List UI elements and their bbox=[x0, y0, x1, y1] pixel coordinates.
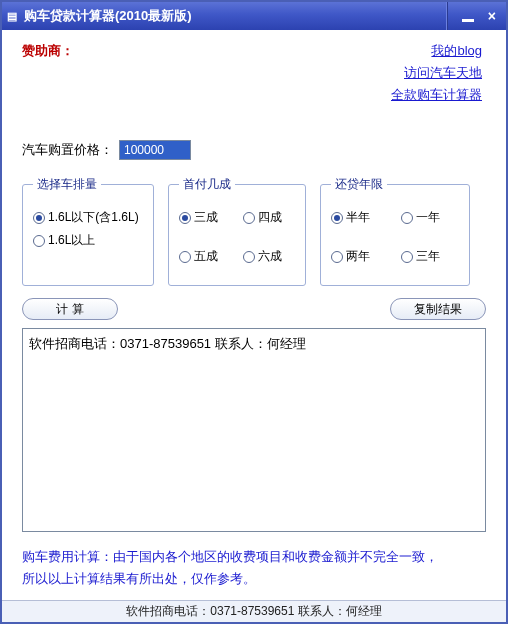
link-full-calc[interactable]: 全款购车计算器 bbox=[391, 87, 482, 102]
radio-down-4[interactable]: 四成 bbox=[243, 209, 295, 226]
calc-button[interactable]: 计 算 bbox=[22, 298, 118, 320]
group-engine: 选择车排量 1.6L以下(含1.6L) 1.6L以上 bbox=[22, 176, 154, 286]
radio-down-5[interactable]: 五成 bbox=[179, 248, 231, 265]
price-label: 汽车购置价格： bbox=[22, 141, 113, 159]
price-row: 汽车购置价格： bbox=[22, 140, 486, 160]
radio-icon bbox=[243, 251, 255, 263]
radio-term-2[interactable]: 两年 bbox=[331, 248, 389, 265]
result-textarea[interactable]: 软件招商电话：0371-87539651 联系人：何经理 bbox=[22, 328, 486, 532]
option-groups: 选择车排量 1.6L以下(含1.6L) 1.6L以上 首付几成 三成 bbox=[22, 176, 486, 286]
group-engine-legend: 选择车排量 bbox=[33, 176, 101, 193]
radio-term-3[interactable]: 三年 bbox=[401, 248, 459, 265]
app-icon: ▤ bbox=[2, 10, 22, 23]
radio-down-3[interactable]: 三成 bbox=[179, 209, 231, 226]
price-input[interactable] bbox=[119, 140, 191, 160]
window-title: 购车贷款计算器(2010最新版) bbox=[22, 7, 446, 25]
radio-label: 半年 bbox=[346, 209, 370, 226]
group-downpay-legend: 首付几成 bbox=[179, 176, 235, 193]
footnote-line2: 所以以上计算结果有所出处，仅作参考。 bbox=[22, 568, 486, 590]
link-blog[interactable]: 我的blog bbox=[431, 43, 482, 58]
radio-label: 一年 bbox=[416, 209, 440, 226]
content-area: 赞助商： 我的blog 访问汽车天地 全款购车计算器 汽车购置价格： 选择车排量… bbox=[2, 30, 506, 600]
radio-label: 1.6L以上 bbox=[48, 232, 95, 249]
radio-label: 四成 bbox=[258, 209, 282, 226]
link-car-world[interactable]: 访问汽车天地 bbox=[404, 65, 482, 80]
radio-engine-above[interactable]: 1.6L以上 bbox=[33, 232, 143, 249]
close-button[interactable]: × bbox=[488, 8, 496, 24]
group-term: 还贷年限 半年 一年 两年 bbox=[320, 176, 470, 286]
copy-button[interactable]: 复制结果 bbox=[390, 298, 486, 320]
radio-icon bbox=[179, 212, 191, 224]
radio-term-1[interactable]: 一年 bbox=[401, 209, 459, 226]
radio-label: 三成 bbox=[194, 209, 218, 226]
radio-label: 1.6L以下(含1.6L) bbox=[48, 209, 139, 226]
radio-engine-below[interactable]: 1.6L以下(含1.6L) bbox=[33, 209, 143, 226]
minimize-button[interactable] bbox=[462, 19, 474, 22]
radio-down-6[interactable]: 六成 bbox=[243, 248, 295, 265]
radio-label: 五成 bbox=[194, 248, 218, 265]
radio-term-half[interactable]: 半年 bbox=[331, 209, 389, 226]
links-block: 我的blog 访问汽车天地 全款购车计算器 bbox=[391, 40, 482, 106]
radio-label: 两年 bbox=[346, 248, 370, 265]
radio-icon bbox=[331, 212, 343, 224]
footnote: 购车费用计算：由于国内各个地区的收费项目和收费金额并不完全一致， 所以以上计算结… bbox=[22, 546, 486, 590]
radio-icon bbox=[33, 212, 45, 224]
radio-icon bbox=[331, 251, 343, 263]
radio-icon bbox=[33, 235, 45, 247]
statusbar: 软件招商电话：0371-87539651 联系人：何经理 bbox=[2, 600, 506, 622]
radio-icon bbox=[243, 212, 255, 224]
titlebar[interactable]: ▤ 购车贷款计算器(2010最新版) × bbox=[2, 2, 506, 30]
app-window: ▤ 购车贷款计算器(2010最新版) × 赞助商： 我的blog 访问汽车天地 … bbox=[0, 0, 508, 624]
radio-icon bbox=[401, 251, 413, 263]
button-row: 计 算 复制结果 bbox=[22, 298, 486, 320]
footnote-line1: 购车费用计算：由于国内各个地区的收费项目和收费金额并不完全一致， bbox=[22, 546, 486, 568]
group-downpay: 首付几成 三成 四成 五成 bbox=[168, 176, 306, 286]
radio-icon bbox=[401, 212, 413, 224]
radio-icon bbox=[179, 251, 191, 263]
group-term-legend: 还贷年限 bbox=[331, 176, 387, 193]
radio-label: 三年 bbox=[416, 248, 440, 265]
radio-label: 六成 bbox=[258, 248, 282, 265]
